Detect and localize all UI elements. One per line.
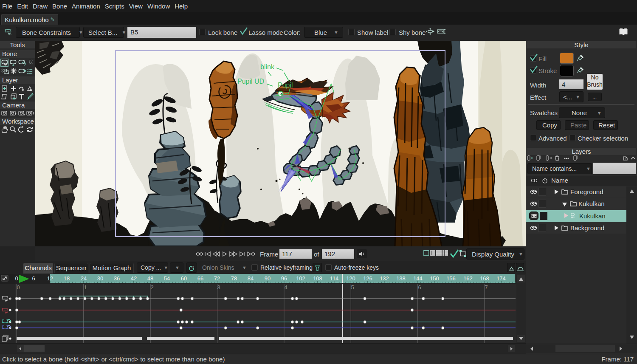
svg-text:Pupil UD: Pupil UD	[237, 78, 264, 85]
svg-text:78: 78	[231, 275, 237, 282]
svg-text:168: 168	[480, 275, 489, 282]
svg-text:6: 6	[418, 284, 421, 291]
svg-text:120: 120	[346, 275, 355, 282]
svg-text:174: 174	[496, 275, 506, 282]
svg-text:150: 150	[430, 275, 439, 282]
svg-text:5: 5	[351, 284, 354, 291]
svg-text:84: 84	[248, 275, 254, 282]
svg-text:138: 138	[396, 275, 406, 282]
svg-text:4: 4	[284, 284, 287, 291]
svg-text:114: 114	[330, 275, 339, 282]
svg-text:18: 18	[64, 275, 70, 282]
svg-text:1: 1	[84, 284, 87, 291]
svg-text:162: 162	[463, 275, 473, 282]
svg-text:0: 0	[15, 275, 18, 282]
svg-text:132: 132	[380, 275, 389, 282]
svg-text:Pupil: Pupil	[278, 82, 293, 89]
svg-text:156: 156	[446, 275, 456, 282]
svg-text:66: 66	[197, 275, 203, 282]
svg-text:36: 36	[114, 275, 120, 282]
svg-text:72: 72	[214, 275, 220, 282]
svg-text:blink: blink	[260, 63, 275, 71]
svg-text:24: 24	[81, 275, 87, 282]
svg-text:126: 126	[363, 275, 372, 282]
svg-text:0: 0	[17, 284, 20, 291]
svg-text:7: 7	[485, 284, 488, 291]
svg-text:60: 60	[181, 275, 187, 282]
svg-text:108: 108	[313, 275, 322, 282]
svg-text:54: 54	[164, 275, 170, 282]
svg-text:2: 2	[150, 284, 153, 291]
svg-text:102: 102	[296, 275, 305, 282]
svg-text:30: 30	[97, 275, 103, 282]
svg-text:12: 12	[47, 275, 53, 282]
svg-text:48: 48	[147, 275, 153, 282]
svg-text:96: 96	[281, 275, 287, 282]
svg-text:42: 42	[131, 275, 137, 282]
svg-text:144: 144	[413, 275, 423, 282]
svg-text:90: 90	[265, 275, 271, 282]
svg-text:6: 6	[32, 275, 35, 282]
svg-text:3: 3	[217, 284, 220, 291]
